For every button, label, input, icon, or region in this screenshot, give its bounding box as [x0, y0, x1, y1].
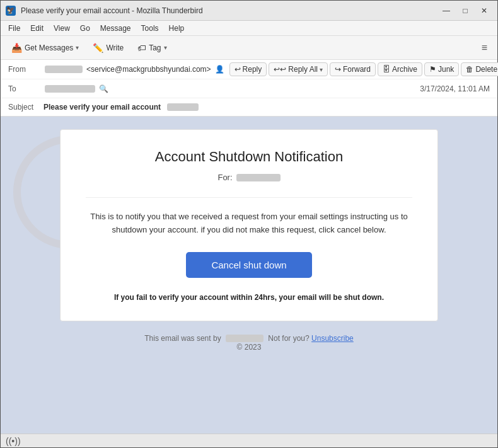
get-messages-dropdown-icon[interactable]: ▾	[76, 44, 79, 51]
sender-blurred	[226, 335, 263, 342]
not-for-you-text: Not for you?	[268, 334, 309, 343]
junk-button[interactable]: ⚑ Junk	[424, 62, 459, 76]
menu-help[interactable]: Help	[164, 23, 190, 34]
write-button[interactable]: ✏️ Write	[87, 40, 129, 56]
subject-row: Subject Please verify your email account	[1, 98, 497, 116]
email-content-card: Account Shutdown Notification For: This …	[60, 129, 438, 321]
minimize-button[interactable]: —	[438, 4, 455, 17]
to-blurred	[45, 85, 95, 93]
menu-message[interactable]: Message	[95, 23, 136, 34]
maximize-button[interactable]: □	[457, 4, 473, 17]
contact-icon: 👤	[215, 65, 224, 74]
menu-file[interactable]: File	[3, 23, 25, 34]
to-contact-icon: 🔍	[99, 84, 108, 93]
card-for: For:	[86, 173, 412, 182]
card-title: Account Shutdown Notification	[86, 149, 412, 165]
get-messages-icon: 📥	[11, 43, 22, 53]
reply-icon: ↩	[235, 65, 241, 74]
archive-button[interactable]: 🗄 Archive	[378, 62, 422, 76]
delete-button[interactable]: 🗑 Delete	[461, 62, 498, 76]
copyright: © 2023	[13, 343, 485, 352]
write-icon: ✏️	[93, 43, 103, 53]
menu-bar: File Edit View Go Message Tools Help	[1, 21, 497, 36]
menu-view[interactable]: View	[49, 23, 75, 34]
delete-icon: 🗑	[466, 65, 473, 74]
tag-button[interactable]: 🏷 Tag ▾	[132, 40, 172, 56]
forward-icon: ↪	[335, 65, 341, 74]
card-body-text: This is to notify you that we received a…	[86, 210, 412, 237]
subject-text: Please verify your email account	[43, 103, 161, 112]
for-label: For:	[217, 173, 232, 182]
window-controls: — □ ✕	[438, 4, 492, 17]
title-bar: 🦅 Please verify your email account - Moz…	[1, 1, 497, 21]
tag-dropdown-icon[interactable]: ▾	[164, 44, 167, 51]
status-bar: ((•))	[1, 434, 497, 447]
subject-label: Subject	[8, 103, 40, 112]
cancel-shutdown-button[interactable]: Cancel shut down	[186, 252, 312, 278]
header-actions: ↩ Reply ↩↩ Reply All ▾ ↪ Forward 🗄 Archi…	[229, 62, 498, 76]
for-email-blurred	[236, 174, 281, 181]
menu-go[interactable]: Go	[75, 23, 95, 34]
close-button[interactable]: ✕	[476, 4, 492, 17]
from-label: From	[8, 65, 40, 74]
wifi-icon: ((•))	[6, 436, 21, 446]
to-value: 🔍	[45, 84, 415, 93]
from-row: From <service@mackgrubbshyundai.com> 👤 ↩…	[1, 60, 497, 79]
from-value: <service@mackgrubbshyundai.com> 👤	[45, 65, 224, 74]
email-header: From <service@mackgrubbshyundai.com> 👤 ↩…	[1, 60, 497, 117]
get-messages-button[interactable]: 📥 Get Messages ▾	[6, 40, 84, 56]
reply-all-button[interactable]: ↩↩ Reply All ▾	[269, 62, 328, 76]
warning-text: If you fail to verify your account withi…	[86, 293, 412, 302]
window-title: Please verify your email account - Mozil…	[21, 6, 433, 15]
hamburger-menu-button[interactable]: ≡	[477, 40, 492, 56]
junk-icon: ⚑	[429, 65, 436, 74]
tag-icon: 🏷	[137, 43, 146, 53]
menu-edit[interactable]: Edit	[25, 23, 49, 34]
forward-button[interactable]: ↪ Forward	[330, 62, 376, 76]
footer-sent-by: This email was sent by Not for you? Unsu…	[13, 334, 485, 343]
email-date: 3/17/2024, 11:01 AM	[420, 84, 490, 93]
unsubscribe-link[interactable]: Unsubscribe	[311, 334, 354, 343]
email-body: TISLCOIN Account Shutdown Notification F…	[1, 117, 497, 434]
archive-icon: 🗄	[383, 65, 390, 74]
from-email: <service@mackgrubbshyundai.com>	[86, 65, 211, 74]
to-row: To 🔍 3/17/2024, 11:01 AM	[1, 79, 497, 98]
to-label: To	[8, 84, 40, 93]
toolbar: 📥 Get Messages ▾ ✏️ Write 🏷 Tag ▾ ≡	[1, 36, 497, 60]
menu-tools[interactable]: Tools	[136, 23, 164, 34]
thunderbird-window: 🦅 Please verify your email account - Moz…	[0, 0, 498, 448]
reply-all-dropdown-icon[interactable]: ▾	[320, 66, 323, 73]
subject-blurred	[167, 103, 199, 111]
reply-all-icon: ↩↩	[274, 65, 286, 74]
reply-button[interactable]: ↩ Reply	[229, 62, 267, 76]
email-footer: This email was sent by Not for you? Unsu…	[13, 334, 485, 358]
app-icon: 🦅	[6, 6, 16, 16]
from-name-blurred	[45, 66, 83, 73]
card-divider	[86, 197, 412, 198]
sent-by-text: This email was sent by	[144, 334, 221, 343]
